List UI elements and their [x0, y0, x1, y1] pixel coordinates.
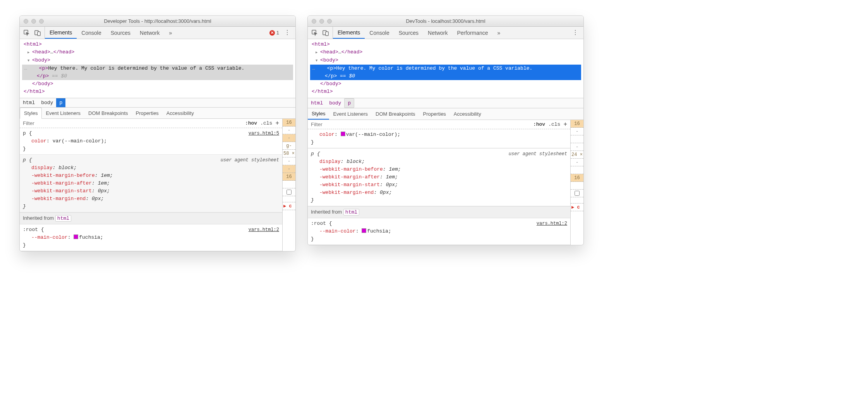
- rule-source-ua: user agent stylesheet: [221, 156, 279, 164]
- expand-body-icon[interactable]: [316, 57, 320, 63]
- tab-network[interactable]: Network: [135, 27, 164, 39]
- subtab-dom-breakpoints[interactable]: DOM Breakpoints: [372, 109, 419, 119]
- tab-sources[interactable]: Sources: [394, 27, 423, 39]
- subtab-accessibility[interactable]: Accessibility: [450, 109, 485, 119]
- styles-filter-input[interactable]: [20, 119, 242, 128]
- dom-selected-row[interactable]: … <p>Hey there. My color is determined b…: [310, 65, 581, 72]
- expand-body-icon[interactable]: [27, 57, 32, 63]
- breadcrumb: html body p: [308, 98, 583, 108]
- hov-toggle[interactable]: :hov: [245, 120, 257, 127]
- main-toolbar: Elements Console Sources Network Perform…: [308, 27, 583, 39]
- crumb-body[interactable]: body: [326, 99, 344, 108]
- inherited-from-row: Inherited from html: [20, 212, 282, 224]
- subtab-event-listeners[interactable]: Event Listeners: [42, 108, 84, 118]
- device-toggle-icon[interactable]: [322, 30, 329, 36]
- subtab-event-listeners[interactable]: Event Listeners: [329, 109, 372, 119]
- tab-console[interactable]: Console: [77, 27, 106, 39]
- device-toggle-icon[interactable]: [34, 30, 41, 36]
- rule-source-link-root[interactable]: vars.html:2: [537, 220, 567, 228]
- expand-drawer-icon[interactable]: ▶ c: [571, 204, 583, 211]
- tab-network[interactable]: Network: [423, 27, 452, 39]
- kebab-menu-icon[interactable]: ⋯: [572, 29, 579, 36]
- css-rule-user-agent[interactable]: user agent stylesheet p { display: block…: [20, 155, 282, 212]
- panel-tabs: Elements Console Sources Network »: [45, 27, 177, 39]
- dollar-zero: == $0: [337, 73, 355, 79]
- dom-tree[interactable]: <html> <head>…</head> <body> … <p>Hey th…: [20, 39, 295, 98]
- expand-head-icon[interactable]: [316, 49, 320, 55]
- devtools-window-right: DevTools - localhost:3000/vars.html Elem…: [307, 15, 584, 245]
- cls-toggle[interactable]: .cls: [548, 121, 560, 128]
- inspect-element-icon[interactable]: [312, 30, 318, 36]
- css-rule-user-agent[interactable]: user agent stylesheet p { display: block…: [308, 148, 570, 206]
- tab-console[interactable]: Console: [365, 27, 394, 39]
- color-swatch-icon[interactable]: [341, 132, 345, 136]
- traffic-lights[interactable]: [312, 19, 332, 24]
- rule-source-link[interactable]: vars.html:5: [249, 130, 279, 137]
- new-rule-icon[interactable]: +: [275, 120, 279, 127]
- styles-pane: :hov .cls + color: var(--main-color); } …: [308, 120, 583, 245]
- new-rule-icon[interactable]: +: [563, 121, 567, 128]
- rule-toggle-checkbox[interactable]: [571, 190, 583, 197]
- css-rule-root[interactable]: vars.html:2 :root { --main-color: fuchsi…: [20, 224, 282, 251]
- subtab-dom-breakpoints[interactable]: DOM Breakpoints: [84, 108, 132, 118]
- tab-sources[interactable]: Sources: [106, 27, 135, 39]
- cls-toggle[interactable]: .cls: [260, 120, 272, 127]
- error-badge[interactable]: ✕ 1: [269, 30, 279, 36]
- dom-selected-row[interactable]: … <p>Hey there. My color is determined b…: [22, 65, 293, 72]
- dom-tree[interactable]: <html> <head>…</head> <body> … <p>Hey th…: [308, 39, 583, 98]
- tabs-overflow[interactable]: »: [164, 27, 177, 39]
- error-icon: ✕: [269, 30, 275, 36]
- crumb-body[interactable]: body: [38, 98, 56, 107]
- ellipsis-icon[interactable]: …: [22, 65, 29, 72]
- breadcrumb: html body p: [20, 98, 295, 108]
- rule-source-ua: user agent stylesheet: [509, 150, 567, 158]
- panel-tabs: Elements Console Sources Network Perform…: [333, 27, 505, 39]
- css-rule-author[interactable]: vars.html:5 p { color: var(--main-color)…: [20, 128, 282, 155]
- ellipsis-icon[interactable]: …: [310, 65, 317, 72]
- crumb-html[interactable]: html: [20, 98, 38, 107]
- styles-subtabs: Styles Event Listeners DOM Breakpoints P…: [308, 108, 583, 120]
- inherited-from-tag[interactable]: html: [343, 209, 359, 216]
- subtab-properties[interactable]: Properties: [419, 109, 450, 119]
- dom-html-open[interactable]: <html>: [24, 41, 42, 47]
- color-swatch-icon[interactable]: [362, 228, 366, 233]
- kebab-menu-icon[interactable]: ⋯: [284, 29, 291, 36]
- color-swatch-icon[interactable]: [74, 234, 78, 239]
- dollar-zero: == $0: [49, 73, 67, 79]
- metrics-side-column: 16 - - 24 × - 16 ▶ c: [570, 120, 583, 245]
- subtab-accessibility[interactable]: Accessibility: [163, 108, 198, 118]
- titlebar[interactable]: Developer Tools - http://localhost:3000/…: [20, 16, 295, 27]
- window-title: Developer Tools - http://localhost:3000/…: [104, 18, 211, 24]
- expand-head-icon[interactable]: [27, 49, 32, 55]
- inspect-element-icon[interactable]: [24, 30, 30, 36]
- tab-elements[interactable]: Elements: [45, 27, 77, 39]
- main-toolbar: Elements Console Sources Network » ✕ 1 ⋯: [20, 27, 295, 39]
- styles-pane: :hov .cls + vars.html:5 p { color: var(-…: [20, 119, 295, 251]
- error-count: 1: [276, 30, 279, 36]
- css-rule-author[interactable]: color: var(--main-color); }: [308, 129, 570, 148]
- svg-rect-2: [38, 32, 40, 36]
- metrics-side-column: 16 - - g- 58 × - - 16 ▶ c: [282, 119, 295, 251]
- hov-toggle[interactable]: :hov: [533, 121, 545, 128]
- tab-performance[interactable]: Performance: [452, 27, 492, 39]
- expand-drawer-icon[interactable]: ▶ c: [283, 202, 295, 210]
- inherited-from-row: Inherited from html: [308, 206, 570, 218]
- subtab-styles[interactable]: Styles: [308, 108, 329, 120]
- crumb-html[interactable]: html: [308, 99, 326, 108]
- crumb-p[interactable]: p: [56, 98, 65, 107]
- tab-elements[interactable]: Elements: [333, 27, 365, 39]
- rule-toggle-checkbox[interactable]: [283, 188, 295, 196]
- window-title: DevTools - localhost:3000/vars.html: [406, 18, 485, 24]
- titlebar[interactable]: DevTools - localhost:3000/vars.html: [308, 16, 583, 27]
- devtools-window-left: Developer Tools - http://localhost:3000/…: [19, 15, 296, 251]
- subtab-styles[interactable]: Styles: [20, 108, 42, 119]
- styles-subtabs: Styles Event Listeners DOM Breakpoints P…: [20, 108, 295, 119]
- tabs-overflow[interactable]: »: [493, 27, 505, 39]
- subtab-properties[interactable]: Properties: [132, 108, 163, 118]
- inherited-from-tag[interactable]: html: [55, 215, 71, 222]
- traffic-lights[interactable]: [24, 19, 44, 24]
- crumb-p[interactable]: p: [344, 98, 354, 108]
- styles-filter-input[interactable]: [308, 120, 530, 129]
- rule-source-link-root[interactable]: vars.html:2: [249, 226, 279, 234]
- css-rule-root[interactable]: vars.html:2 :root { --main-color: fuchsi…: [308, 218, 570, 245]
